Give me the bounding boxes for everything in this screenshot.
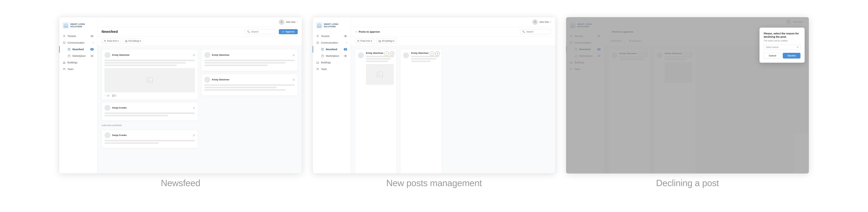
cancel-button[interactable]: Cancel (764, 53, 781, 59)
sidebar-item-communication[interactable]: Communication ▾ (59, 39, 97, 46)
bookmark-icon-3[interactable]: ⊞ (293, 78, 295, 81)
decline-x-1[interactable]: ✕ (390, 51, 395, 56)
svg-point-29 (317, 68, 318, 69)
post-avatar-2 (204, 52, 210, 58)
user-menu[interactable]: John Doe ▾ (279, 19, 298, 25)
text-line (204, 65, 268, 66)
all-buildings-filter-2[interactable]: All buildings ▾ (376, 38, 397, 43)
sidebar-item-team[interactable]: Team (59, 66, 97, 72)
comment-bookmark-1[interactable]: ⊞ (193, 107, 195, 109)
browser-frame-declining: SMART LIVING SOLUTIONS Tenants 8 (566, 17, 809, 174)
svg-rect-33 (379, 40, 380, 42)
newsfeed-badge: 5 (90, 48, 94, 51)
newsfeed-label-2: Newsfeed (326, 48, 337, 51)
sidebar-item-newsfeed-2[interactable]: Newsfeed 5 (313, 46, 351, 53)
showcase-label-declining: Declining a post (656, 178, 719, 188)
svg-rect-18 (147, 78, 153, 83)
decline-x-2[interactable]: ✕ (435, 51, 440, 56)
text-line (204, 62, 286, 64)
topbar-new-posts: ← Posts to approve 🔍 (351, 27, 555, 36)
team-icon (63, 67, 66, 71)
sidebar-item-team-2[interactable]: Team (313, 66, 351, 72)
text-line (104, 142, 159, 144)
tenants-badge: 8 (90, 35, 94, 37)
post-header-3: Kristy Gleichner ⊞ (204, 77, 295, 83)
approve-author-2: Kristy Gleichner (411, 52, 429, 54)
modal-subtitle: The author will be notified. (764, 39, 801, 42)
approve-checkmark-1[interactable]: ✓ (384, 51, 389, 56)
main-content-new-posts: John Doe ▾ ← Posts to approve 🔍 (351, 17, 555, 174)
comment-bookmark-2[interactable]: ⊞ (193, 134, 195, 137)
comment-header-2: Sonja Crooks ⊞ (104, 132, 195, 138)
user-menu-2[interactable]: John Doe ▾ (532, 19, 551, 25)
back-arrow-icon: ← (355, 30, 358, 33)
logo-text: SMART LIVING (70, 23, 85, 25)
sidebar-item-newsfeed[interactable]: Newsfeed 5 (59, 46, 97, 53)
marketplace-icon-2 (321, 54, 324, 58)
user-avatar-2 (532, 19, 538, 25)
showcase-new-posts: SMART LIVING SOLUTIONS Tenants 8 (312, 17, 556, 188)
sidebar-item-marketplace[interactable]: Marketplace 3 (59, 53, 97, 59)
bookmark-icon-2[interactable]: ⊞ (293, 54, 295, 56)
communication-label: Communication (67, 41, 84, 44)
svg-point-21 (317, 35, 318, 36)
posts-from-filter[interactable]: Posts from ▾ (101, 38, 121, 43)
bookmark-icon-1[interactable]: ⊞ (193, 54, 195, 56)
approve-checkmark-2[interactable]: ✓ (430, 51, 434, 56)
comment-text-1 (104, 113, 195, 116)
posts-from-filter-2[interactable]: Posts from ▾ (355, 38, 374, 43)
communication-label-2: Communication (321, 41, 338, 44)
search-box[interactable]: 🔍 (245, 29, 276, 34)
search-input[interactable] (251, 30, 274, 33)
like-action[interactable]: ♡ 10 (104, 94, 110, 97)
team-label: Team (67, 68, 73, 70)
sidebar-item-communication-2[interactable]: Communication ▾ (313, 39, 351, 46)
decline-button[interactable]: Decline (783, 53, 801, 59)
topbar-newsfeed: Newsfeed 🔍 Approve (97, 27, 302, 36)
marketplace-badge-2: 3 (344, 55, 347, 57)
svg-point-30 (318, 68, 319, 69)
all-buildings-filter[interactable]: All buildings ▾ (123, 38, 143, 43)
sidebar-item-buildings-2[interactable]: Buildings (313, 59, 351, 66)
marketplace-badge: 3 (90, 55, 94, 57)
sidebar-item-buildings[interactable]: Buildings (59, 59, 97, 66)
approve-text-1 (366, 56, 394, 62)
comment-action[interactable]: 💬 2 (112, 94, 117, 97)
search-input-2[interactable] (526, 30, 549, 33)
approve-button[interactable]: Approve (279, 29, 298, 34)
text-line (411, 61, 431, 62)
posts-column-1: Kristy Gleichner ⊞ (101, 49, 198, 174)
post-header-2: Kristy Gleichner ⊞ (204, 52, 295, 58)
marketplace-label: Marketplace (72, 55, 86, 57)
search-box-2[interactable]: 🔍 (520, 29, 551, 34)
reason-select[interactable]: Select reason (764, 44, 801, 50)
communication-icon-2 (316, 41, 319, 44)
text-line (104, 113, 195, 114)
comment-avatar-2 (104, 132, 111, 138)
tenants-badge-2: 8 (344, 35, 347, 37)
showcase-declining: SMART LIVING SOLUTIONS Tenants 8 (566, 17, 809, 188)
svg-rect-17 (127, 41, 127, 42)
comment-card-1: Sonja Crooks ⊞ (101, 102, 198, 121)
load-more[interactable]: Load more comments (101, 123, 198, 127)
comment-author-2: Sonja Crooks (112, 134, 127, 137)
approve-content-1: Kristy Gleichner (366, 52, 394, 85)
modal-overlay: Please, select the reason for declining … (566, 17, 809, 174)
text-line (104, 140, 195, 141)
topbar-right-2: 🔍 (520, 29, 551, 34)
logo-text2: SOLUTIONS (70, 26, 85, 28)
newsfeed-icon-2 (321, 48, 324, 51)
post-text-3 (204, 84, 295, 91)
back-link[interactable]: ← Posts to approve (355, 30, 380, 33)
communication-chevron-2: ▾ (346, 42, 347, 43)
sidebar-item-tenants[interactable]: Tenants 8 (59, 33, 97, 39)
tenants-label-2: Tenants (321, 35, 330, 37)
sidebar-newsfeed: SMART LIVING SOLUTIONS Tenants 8 (59, 17, 97, 174)
sidebar-item-marketplace-2[interactable]: Marketplace 3 (313, 53, 351, 59)
sidebar-item-tenants-2[interactable]: Tenants 8 (313, 33, 351, 39)
approve-posts-area: Kristy Gleichner (351, 46, 555, 174)
text-line (204, 60, 295, 61)
text-line (204, 84, 295, 86)
app-layout-new-posts: SMART LIVING SOLUTIONS Tenants 8 (313, 17, 555, 174)
post-author-2: Kristy Gleichner (212, 54, 229, 56)
